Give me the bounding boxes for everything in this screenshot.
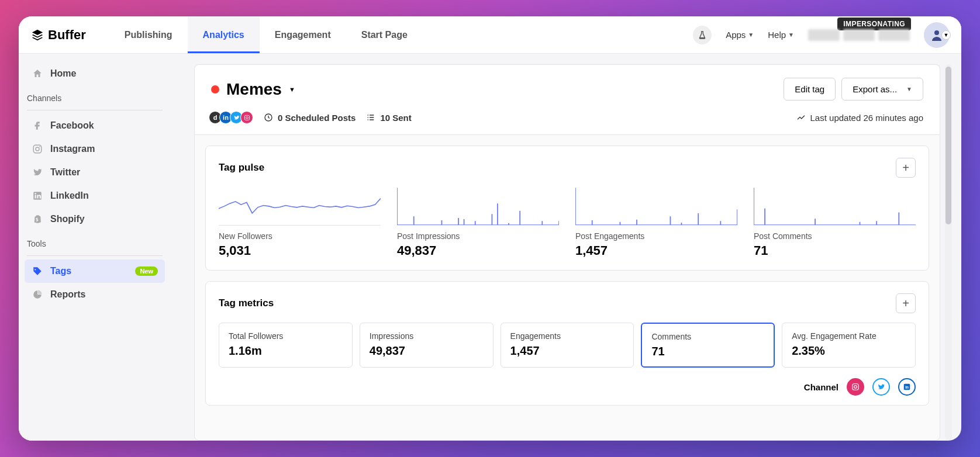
svg-rect-10 <box>853 384 859 390</box>
pulse-post-impressions: Post Impressions 49,837 <box>397 186 559 258</box>
sidebar-item-linkedin[interactable]: LinkedIn <box>25 184 165 207</box>
sidebar-item-twitter[interactable]: Twitter <box>25 161 165 184</box>
svg-point-8 <box>246 116 248 119</box>
metric-comments[interactable]: Comments 71 <box>641 323 775 368</box>
metric-label: Comments <box>651 332 764 341</box>
nav-analytics[interactable]: Analytics <box>188 16 260 53</box>
beaker-icon[interactable] <box>693 26 712 44</box>
pulse-label: Post Impressions <box>397 231 559 241</box>
logo[interactable]: Buffer <box>30 27 86 43</box>
add-to-report-button[interactable]: + <box>896 293 916 313</box>
clock-icon <box>264 113 273 122</box>
svg-text:in: in <box>905 385 909 389</box>
sidebar-item-label: LinkedIn <box>50 191 89 201</box>
apps-label: Apps <box>726 30 746 40</box>
tag-pulse-card: Tag pulse + New Followers <box>205 146 929 271</box>
svg-rect-5 <box>35 195 36 199</box>
shopify-icon <box>32 213 43 225</box>
twitter-icon <box>32 167 43 178</box>
caret-down-icon: ▼ <box>906 86 912 92</box>
channel-icons: d in <box>211 111 253 124</box>
button-label: Export as... <box>853 84 897 94</box>
pulse-new-followers: New Followers 5,031 <box>219 186 381 258</box>
pulse-post-comments: Post Comments 71 <box>754 186 916 258</box>
tag-title-dropdown[interactable]: Memes ▼ <box>211 80 295 99</box>
sidebar-item-label: Shopify <box>50 214 85 224</box>
nav-start-page[interactable]: Start Page <box>346 16 423 53</box>
metric-value: 71 <box>651 345 764 358</box>
sidebar-item-home[interactable]: Home <box>25 62 165 85</box>
svg-point-6 <box>34 193 36 194</box>
channel-label: Channel <box>804 382 838 392</box>
sparkline-post-impressions <box>397 186 559 226</box>
add-to-report-button[interactable]: + <box>896 158 916 178</box>
last-updated: Last updated 26 minutes ago <box>796 113 923 123</box>
home-icon <box>32 68 43 79</box>
nav-engagement[interactable]: Engagement <box>260 16 346 53</box>
edit-tag-button[interactable]: Edit tag <box>784 78 836 101</box>
trend-icon <box>796 113 806 122</box>
help-menu[interactable]: Help ▼ <box>768 30 794 40</box>
tag-color-dot <box>211 85 219 94</box>
sidebar-item-label: Reports <box>50 289 85 300</box>
sidebar-section-tools: Tools <box>25 231 165 254</box>
metric-engagements[interactable]: Engagements 1,457 <box>501 323 634 368</box>
sidebar-item-shopify[interactable]: Shopify <box>25 207 165 231</box>
facebook-icon <box>32 120 43 131</box>
scrollbar[interactable] <box>945 64 952 441</box>
topbar-right: Apps ▼ Help ▼ ▼ <box>693 22 950 48</box>
apps-menu[interactable]: Apps ▼ <box>726 30 754 40</box>
sidebar-item-instagram[interactable]: Instagram <box>25 137 165 161</box>
caret-down-icon: ▼ <box>289 86 295 93</box>
sidebar-item-label: Twitter <box>50 167 80 178</box>
pulse-value: 49,837 <box>397 243 559 258</box>
avatar[interactable]: ▼ <box>924 22 950 48</box>
sidebar-section-channels: Channels <box>25 85 165 109</box>
metric-total-followers[interactable]: Total Followers 1.16m <box>219 323 353 368</box>
sidebar-item-reports[interactable]: Reports <box>25 283 165 306</box>
metric-impressions[interactable]: Impressions 49,837 <box>360 323 494 368</box>
sparkline-post-engagements <box>575 186 737 226</box>
pulse-value: 5,031 <box>219 243 381 258</box>
metric-value: 1.16m <box>229 344 343 358</box>
buffer-logo-icon <box>30 28 44 42</box>
instagram-icon <box>32 143 43 155</box>
pulse-label: Post Engagements <box>575 231 737 241</box>
svg-point-3 <box>39 146 40 147</box>
sidebar-item-label: Facebook <box>50 120 94 131</box>
sidebar: Home Channels Facebook Instagram Twitter… <box>19 54 171 441</box>
sidebar-item-label: Tags <box>50 266 71 276</box>
pulse-label: New Followers <box>219 231 381 241</box>
channel-filter-instagram[interactable] <box>847 378 864 396</box>
tag-icon <box>32 265 43 277</box>
page-header: Memes ▼ Edit tag Export as... ▼ <box>194 64 940 134</box>
nav-tabs: Publishing Analytics Engagement Start Pa… <box>109 16 423 53</box>
brand-name: Buffer <box>48 27 86 43</box>
sent-posts-stat: 10 Sent <box>366 113 411 123</box>
help-label: Help <box>768 30 786 40</box>
nav-publishing[interactable]: Publishing <box>109 16 188 53</box>
scrollbar-thumb[interactable] <box>946 67 951 224</box>
export-as-button[interactable]: Export as... ▼ <box>841 78 923 101</box>
metric-label: Impressions <box>370 331 484 341</box>
sidebar-item-facebook[interactable]: Facebook <box>25 114 165 137</box>
card-title: Tag metrics <box>219 297 274 309</box>
metric-value: 1,457 <box>510 344 624 358</box>
metric-avg-engagement-rate[interactable]: Avg. Engagement Rate 2.35% <box>782 323 916 368</box>
card-title: Tag pulse <box>219 162 264 174</box>
sparkline-post-comments <box>754 186 916 226</box>
metric-label: Engagements <box>510 331 624 341</box>
last-updated-label: Last updated 26 minutes ago <box>810 113 923 123</box>
tag-name: Memes <box>226 80 282 99</box>
channel-filter-twitter[interactable] <box>872 378 890 396</box>
redacted-account-info <box>808 29 910 41</box>
svg-point-2 <box>36 147 39 151</box>
content-scroll-area: Tag pulse + New Followers <box>194 134 940 441</box>
sidebar-item-tags[interactable]: Tags New <box>25 259 165 283</box>
caret-down-icon: ▼ <box>941 30 951 40</box>
instagram-icon <box>240 111 253 124</box>
channel-filter-linkedin[interactable]: in <box>898 378 916 396</box>
reports-icon <box>32 289 43 300</box>
button-label: Edit tag <box>795 84 824 94</box>
svg-rect-7 <box>244 115 249 120</box>
